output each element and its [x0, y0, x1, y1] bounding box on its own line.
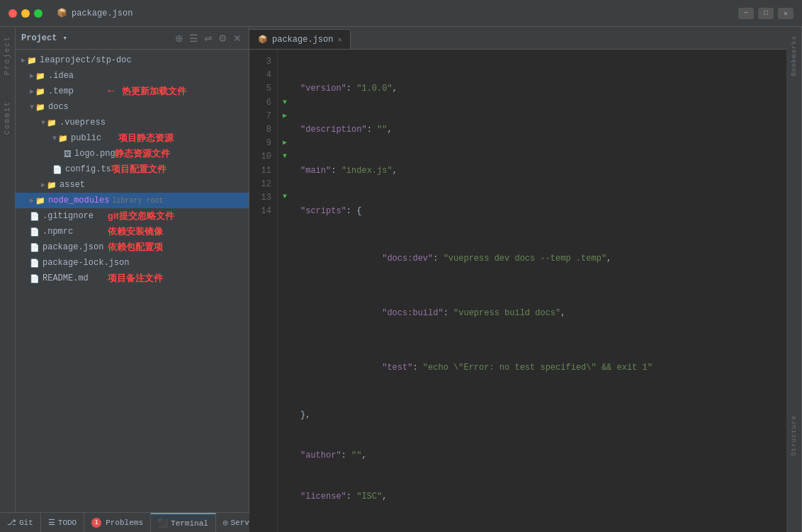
todo-label: TODO — [58, 519, 77, 527]
sync-action[interactable]: ⊕ — [174, 31, 185, 45]
panel-actions: ⊕ ☰ ⇌ ⚙ ✕ — [174, 31, 243, 45]
status-todo[interactable]: ☰ TODO — [41, 513, 84, 532]
editor-main: 📦 package.json ✕ 3 4 5 6 7 8 9 — [249, 27, 802, 532]
structure-label[interactable]: Structure — [791, 415, 798, 456]
terminal-status-label: Terminal — [171, 519, 208, 528]
list-action[interactable]: ☰ — [188, 31, 200, 45]
tree-item-idea[interactable]: ▶ 📁 .idea — [16, 68, 249, 84]
arrow-hot-reload: ← — [108, 85, 115, 98]
gutter: ▼ ▶ ▶ ▼ ▼ — [278, 50, 292, 532]
titlebar: 📦 package.json ─ □ ✕ — [0, 0, 802, 27]
annotation-readme: 项目备注文件 — [108, 272, 163, 285]
problems-badge: 1 — [91, 518, 101, 528]
tree-item-logo[interactable]: 🖼 logo.png 静态资源文件 — [16, 146, 249, 162]
sort-action[interactable]: ⇌ — [203, 31, 214, 45]
traffic-lights — [9, 9, 43, 18]
code-line-8: "docs:build": "vuepress build docs", — [300, 300, 778, 327]
project-sidebar-label[interactable]: Project — [1, 30, 14, 81]
editor-container: 📦 package.json ✕ 3 4 5 6 7 8 9 — [249, 27, 802, 512]
code-line-10: }, — [300, 409, 778, 422]
close-button[interactable] — [9, 9, 17, 18]
project-panel: Project ▾ ⊕ ☰ ⇌ ⚙ ✕ ▶ 📁 leaproject/stp-d… — [16, 27, 249, 512]
tree-item-node-modules[interactable]: ▶ 📁 node_modules library root — [16, 193, 249, 208]
commit-sidebar-label[interactable]: Commit — [1, 95, 14, 140]
tree-item-public[interactable]: ▼ 📁 public 项目静态资源 — [16, 130, 249, 146]
annotation-hot-reload: 热更新加载文件 — [122, 85, 186, 98]
minimize-button[interactable] — [21, 9, 30, 18]
services-icon: ◎ — [223, 518, 228, 527]
tree-root[interactable]: ▶ 📁 leaproject/stp-doc — [16, 52, 249, 68]
tree-item-config[interactable]: 📄 config.ts 项目配置文件 — [16, 162, 249, 177]
maximize-button[interactable] — [34, 9, 43, 18]
titlebar-file-icon: 📦 — [57, 8, 67, 18]
code-editor: 3 4 5 6 7 8 9 10 11 12 13 14 — [249, 50, 786, 532]
annotation-static-res: 项目静态资源 — [118, 132, 174, 145]
titlebar-title: package.json — [72, 9, 132, 18]
code-line-5: "main": "index.js", — [300, 164, 778, 178]
tree-item-temp[interactable]: ▶ 📁 .temp ← 热更新加载文件 — [16, 84, 249, 99]
annotation-config-file: 项目配置文件 — [111, 163, 166, 176]
editor-area: 📦 package.json ✕ 3 4 5 6 7 8 9 — [249, 27, 786, 532]
tree-item-vuepress[interactable]: ▼ 📁 .vuepress — [16, 115, 249, 130]
right-panels: Bookmarks Structure — [786, 27, 802, 532]
tree-item-readme[interactable]: 📄 README.md 项目备注文件 — [16, 271, 249, 286]
titlebar-controls: ─ □ ✕ — [738, 8, 793, 19]
tree-item-npmrc[interactable]: 📄 .npmrc 依赖安装镜像 — [16, 224, 249, 239]
tree-item-asset[interactable]: ▶ 📁 asset — [16, 177, 249, 193]
problems-label: Problems — [106, 519, 143, 527]
editor-tabs: 📦 package.json ✕ — [249, 27, 786, 50]
line-numbers: 3 4 5 6 7 8 9 10 11 12 13 14 — [249, 50, 278, 532]
terminal-icon: ⬛ — [158, 519, 168, 528]
file-tree: ▶ 📁 leaproject/stp-doc ▶ 📁 .idea ▶ 📁 .te… — [16, 50, 249, 512]
code-line-6: "scripts": { — [300, 205, 778, 218]
close-panel-action[interactable]: ✕ — [232, 31, 243, 45]
tree-item-package-lock[interactable]: 📄 package-lock.json — [16, 255, 249, 271]
code-line-7: "docs:dev": "vuepress dev docs --temp .t… — [300, 246, 778, 273]
code-line-4: "description": "", — [300, 123, 778, 137]
annotation-dep-config: 依赖包配置项 — [108, 241, 163, 254]
structure-panel: Structure — [786, 409, 802, 532]
tab-package-json[interactable]: 📦 package.json ✕ — [249, 29, 351, 49]
tab-label: package.json — [272, 35, 333, 45]
panel-title: Project — [21, 33, 57, 43]
tab-file-icon: 📦 — [258, 35, 268, 44]
tree-item-package-json[interactable]: 📄 package.json 依赖包配置项 — [16, 239, 249, 255]
tree-item-gitignore[interactable]: 📄 .gitignore git提交忽略文件 — [16, 208, 249, 224]
code-line-3: "version": "1.0.0", — [300, 82, 778, 96]
git-icon: ⎇ — [7, 518, 16, 527]
status-git[interactable]: ⎇ Git — [0, 513, 41, 532]
left-sidebar: Project Commit — [0, 27, 16, 512]
panel-dropdown[interactable]: ▾ — [62, 33, 67, 43]
status-terminal[interactable]: ⬛ Terminal — [151, 513, 216, 532]
annotation-static-file: 静态资源文件 — [115, 147, 170, 160]
bookmarks-panel: Bookmarks — [786, 27, 802, 409]
annotation-npm-mirror: 依赖安装镜像 — [108, 225, 163, 238]
todo-icon: ☰ — [48, 518, 55, 527]
status-problems[interactable]: 1 Problems — [84, 513, 151, 532]
git-label: Git — [19, 519, 33, 527]
code-line-9: "test": "echo \"Error: no test specified… — [300, 354, 778, 381]
code-lines: "version": "1.0.0", "description": "", "… — [292, 50, 786, 532]
tab-close-btn[interactable]: ✕ — [337, 35, 341, 44]
settings-action[interactable]: ⚙ — [217, 31, 229, 45]
panel-header: Project ▾ ⊕ ☰ ⇌ ⚙ ✕ — [16, 27, 249, 50]
tree-item-docs[interactable]: ▼ 📁 docs — [16, 99, 249, 115]
annotation-git-ignore: git提交忽略文件 — [108, 210, 174, 222]
bookmarks-label[interactable]: Bookmarks — [791, 35, 798, 77]
code-line-11: "author": "", — [300, 449, 778, 463]
code-line-12: "license": "ISC", — [300, 490, 778, 504]
